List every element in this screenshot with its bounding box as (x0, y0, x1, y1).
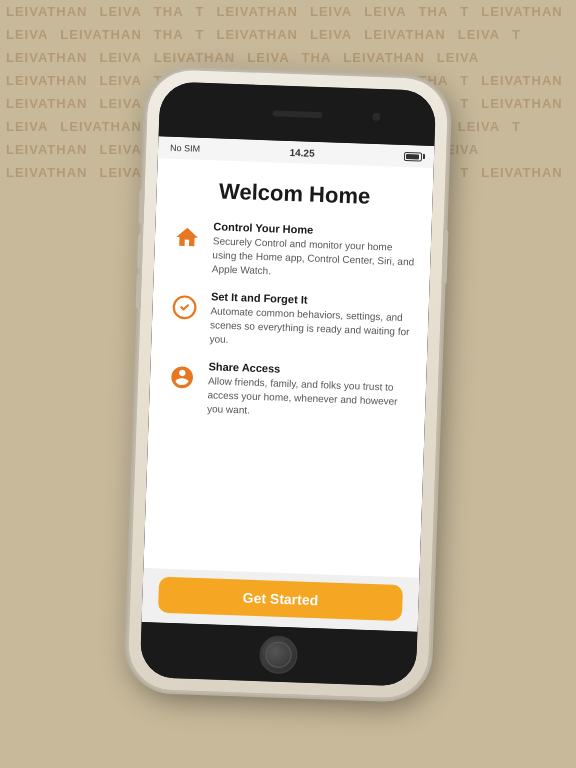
feature-item-control: Control Your Home Securely Control and m… (170, 219, 416, 283)
battery-icon (404, 151, 422, 161)
features-list: Control Your Home Securely Control and m… (143, 214, 431, 577)
speaker (272, 110, 322, 118)
app-title: Welcom Home (156, 158, 434, 224)
bottom-area: Get Started (142, 568, 420, 632)
check-circle-icon (168, 291, 201, 324)
person-circle-icon (166, 361, 199, 394)
top-bezel (159, 81, 437, 146)
front-camera (372, 112, 380, 120)
time-text: 14.25 (289, 146, 314, 158)
feature-item-automate: Set It and Forget It Automate common beh… (167, 289, 413, 353)
feature-desc-share: Allow friends, family, and folks you tru… (207, 374, 410, 423)
feature-text-automate: Set It and Forget It Automate common beh… (209, 290, 413, 353)
feature-text-share: Share Access Allow friends, family, and … (207, 360, 411, 423)
get-started-button[interactable]: Get Started (158, 577, 403, 621)
screen-bezel: No SIM 14.25 Welcom Home (140, 81, 437, 686)
status-icons (404, 151, 422, 161)
app-content: Welcom Home Control Your Home Securely C… (142, 158, 434, 631)
battery-fill (406, 153, 419, 158)
feature-item-share: Share Access Allow friends, family, and … (165, 359, 411, 423)
bottom-bezel (140, 622, 418, 687)
feature-text-control: Control Your Home Securely Control and m… (212, 220, 416, 283)
carrier-text: No SIM (170, 143, 200, 154)
home-button[interactable] (259, 635, 298, 674)
home-button-inner (265, 641, 292, 668)
phone-shell: No SIM 14.25 Welcom Home (127, 69, 448, 699)
feature-desc-control: Securely Control and monitor your home u… (212, 234, 415, 283)
feature-desc-automate: Automate common behaviors, settings, and… (209, 304, 412, 353)
home-icon (171, 221, 204, 254)
screen: No SIM 14.25 Welcom Home (142, 136, 435, 631)
